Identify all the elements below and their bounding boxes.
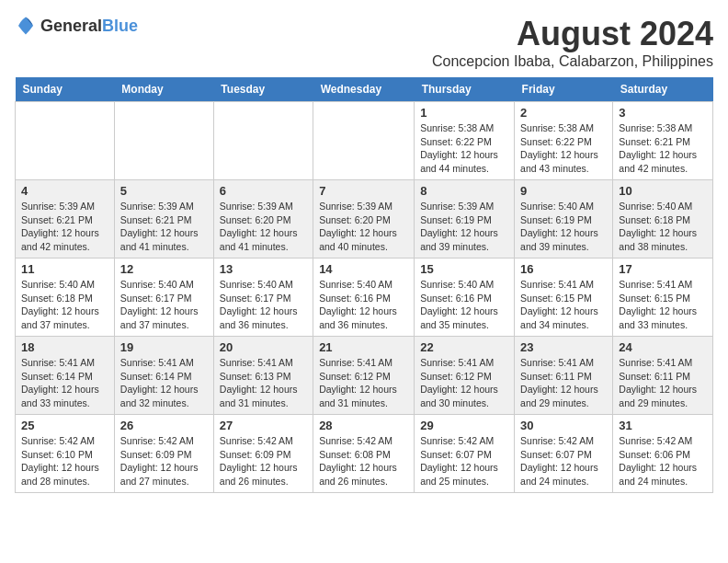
- day-cell-3: 3Sunrise: 5:38 AM Sunset: 6:21 PM Daylig…: [613, 102, 713, 180]
- day-number: 3: [619, 106, 707, 120]
- day-number: 10: [619, 184, 707, 198]
- day-content: Sunrise: 5:40 AM Sunset: 6:16 PM Dayligh…: [420, 278, 508, 332]
- day-number: 29: [420, 419, 508, 432]
- logo-text: GeneralBlue: [40, 17, 138, 36]
- day-content: Sunrise: 5:41 AM Sunset: 6:11 PM Dayligh…: [619, 356, 707, 410]
- day-content: Sunrise: 5:38 AM Sunset: 6:21 PM Dayligh…: [619, 121, 707, 176]
- empty-cell: [16, 102, 115, 180]
- day-number: 27: [220, 419, 307, 432]
- week-row-1: 1Sunrise: 5:38 AM Sunset: 6:22 PM Daylig…: [16, 102, 713, 180]
- day-content: Sunrise: 5:41 AM Sunset: 6:13 PM Dayligh…: [220, 356, 307, 410]
- day-number: 1: [420, 106, 508, 120]
- day-cell-14: 14Sunrise: 5:40 AM Sunset: 6:16 PM Dayli…: [313, 259, 415, 337]
- day-number: 30: [520, 419, 607, 432]
- day-header-friday: Friday: [515, 77, 613, 102]
- day-content: Sunrise: 5:39 AM Sunset: 6:21 PM Dayligh…: [120, 200, 208, 254]
- day-number: 2: [520, 106, 607, 120]
- day-cell-13: 13Sunrise: 5:40 AM Sunset: 6:17 PM Dayli…: [213, 259, 313, 337]
- day-number: 26: [120, 419, 208, 432]
- day-content: Sunrise: 5:41 AM Sunset: 6:14 PM Dayligh…: [120, 356, 208, 410]
- day-content: Sunrise: 5:41 AM Sunset: 6:12 PM Dayligh…: [420, 356, 508, 410]
- title-area: August 2024 Concepcion Ibaba, Calabarzon…: [432, 15, 713, 70]
- day-content: Sunrise: 5:40 AM Sunset: 6:17 PM Dayligh…: [120, 278, 208, 332]
- day-content: Sunrise: 5:40 AM Sunset: 6:16 PM Dayligh…: [319, 278, 408, 332]
- day-cell-29: 29Sunrise: 5:42 AM Sunset: 6:07 PM Dayli…: [415, 415, 515, 493]
- day-number: 21: [319, 340, 408, 354]
- week-row-5: 25Sunrise: 5:42 AM Sunset: 6:10 PM Dayli…: [16, 415, 713, 493]
- day-cell-2: 2Sunrise: 5:38 AM Sunset: 6:22 PM Daylig…: [515, 102, 613, 180]
- day-cell-16: 16Sunrise: 5:41 AM Sunset: 6:15 PM Dayli…: [515, 259, 613, 337]
- day-content: Sunrise: 5:42 AM Sunset: 6:09 PM Dayligh…: [120, 434, 208, 488]
- week-row-3: 11Sunrise: 5:40 AM Sunset: 6:18 PM Dayli…: [16, 259, 713, 337]
- day-content: Sunrise: 5:42 AM Sunset: 6:08 PM Dayligh…: [319, 434, 408, 488]
- day-header-sunday: Sunday: [16, 77, 115, 102]
- day-content: Sunrise: 5:38 AM Sunset: 6:22 PM Dayligh…: [420, 121, 508, 176]
- day-number: 22: [420, 340, 508, 354]
- day-cell-8: 8Sunrise: 5:39 AM Sunset: 6:19 PM Daylig…: [415, 180, 515, 259]
- day-cell-21: 21Sunrise: 5:41 AM Sunset: 6:12 PM Dayli…: [313, 337, 415, 415]
- day-content: Sunrise: 5:39 AM Sunset: 6:21 PM Dayligh…: [21, 200, 108, 254]
- day-cell-9: 9Sunrise: 5:40 AM Sunset: 6:19 PM Daylig…: [515, 180, 613, 259]
- day-number: 24: [619, 340, 707, 354]
- day-cell-28: 28Sunrise: 5:42 AM Sunset: 6:08 PM Dayli…: [313, 415, 415, 493]
- day-number: 15: [420, 262, 508, 276]
- day-number: 19: [120, 340, 208, 354]
- empty-cell: [114, 102, 213, 180]
- logo: GeneralBlue: [15, 15, 138, 37]
- day-number: 6: [220, 184, 307, 198]
- day-cell-24: 24Sunrise: 5:41 AM Sunset: 6:11 PM Dayli…: [613, 337, 713, 415]
- header-row: SundayMondayTuesdayWednesdayThursdayFrid…: [16, 77, 713, 102]
- day-content: Sunrise: 5:42 AM Sunset: 6:09 PM Dayligh…: [220, 434, 307, 488]
- day-cell-26: 26Sunrise: 5:42 AM Sunset: 6:09 PM Dayli…: [114, 415, 213, 493]
- day-cell-20: 20Sunrise: 5:41 AM Sunset: 6:13 PM Dayli…: [213, 337, 313, 415]
- day-number: 11: [21, 262, 108, 276]
- day-cell-31: 31Sunrise: 5:42 AM Sunset: 6:06 PM Dayli…: [613, 415, 713, 493]
- day-content: Sunrise: 5:41 AM Sunset: 6:15 PM Dayligh…: [619, 278, 707, 332]
- day-cell-1: 1Sunrise: 5:38 AM Sunset: 6:22 PM Daylig…: [415, 102, 515, 180]
- day-content: Sunrise: 5:41 AM Sunset: 6:11 PM Dayligh…: [520, 356, 607, 410]
- day-cell-5: 5Sunrise: 5:39 AM Sunset: 6:21 PM Daylig…: [114, 180, 213, 259]
- day-content: Sunrise: 5:39 AM Sunset: 6:19 PM Dayligh…: [420, 200, 508, 254]
- day-number: 9: [520, 184, 607, 198]
- day-number: 7: [319, 184, 408, 198]
- day-number: 31: [619, 419, 707, 432]
- subtitle: Concepcion Ibaba, Calabarzon, Philippine…: [432, 53, 713, 70]
- day-content: Sunrise: 5:40 AM Sunset: 6:19 PM Dayligh…: [520, 200, 607, 254]
- day-cell-7: 7Sunrise: 5:39 AM Sunset: 6:20 PM Daylig…: [313, 180, 415, 259]
- main-title: August 2024: [432, 15, 713, 53]
- day-number: 16: [520, 262, 607, 276]
- day-number: 17: [619, 262, 707, 276]
- day-header-saturday: Saturday: [613, 77, 713, 102]
- day-cell-27: 27Sunrise: 5:42 AM Sunset: 6:09 PM Dayli…: [213, 415, 313, 493]
- day-number: 23: [520, 340, 607, 354]
- day-number: 14: [319, 262, 408, 276]
- empty-cell: [213, 102, 313, 180]
- day-header-thursday: Thursday: [415, 77, 515, 102]
- day-content: Sunrise: 5:40 AM Sunset: 6:18 PM Dayligh…: [619, 200, 707, 254]
- day-cell-22: 22Sunrise: 5:41 AM Sunset: 6:12 PM Dayli…: [415, 337, 515, 415]
- day-cell-30: 30Sunrise: 5:42 AM Sunset: 6:07 PM Dayli…: [515, 415, 613, 493]
- calendar-table: SundayMondayTuesdayWednesdayThursdayFrid…: [15, 77, 713, 493]
- day-cell-12: 12Sunrise: 5:40 AM Sunset: 6:17 PM Dayli…: [114, 259, 213, 337]
- day-content: Sunrise: 5:42 AM Sunset: 6:07 PM Dayligh…: [420, 434, 508, 488]
- day-content: Sunrise: 5:39 AM Sunset: 6:20 PM Dayligh…: [220, 200, 307, 254]
- day-content: Sunrise: 5:40 AM Sunset: 6:18 PM Dayligh…: [21, 278, 108, 332]
- day-content: Sunrise: 5:42 AM Sunset: 6:07 PM Dayligh…: [520, 434, 607, 488]
- day-number: 20: [220, 340, 307, 354]
- week-row-4: 18Sunrise: 5:41 AM Sunset: 6:14 PM Dayli…: [16, 337, 713, 415]
- day-content: Sunrise: 5:41 AM Sunset: 6:15 PM Dayligh…: [520, 278, 607, 332]
- day-content: Sunrise: 5:42 AM Sunset: 6:06 PM Dayligh…: [619, 434, 707, 488]
- day-content: Sunrise: 5:39 AM Sunset: 6:20 PM Dayligh…: [319, 200, 408, 254]
- day-cell-15: 15Sunrise: 5:40 AM Sunset: 6:16 PM Dayli…: [415, 259, 515, 337]
- day-cell-4: 4Sunrise: 5:39 AM Sunset: 6:21 PM Daylig…: [16, 180, 115, 259]
- day-header-tuesday: Tuesday: [213, 77, 313, 102]
- day-content: Sunrise: 5:42 AM Sunset: 6:10 PM Dayligh…: [21, 434, 108, 488]
- day-cell-6: 6Sunrise: 5:39 AM Sunset: 6:20 PM Daylig…: [213, 180, 313, 259]
- day-cell-17: 17Sunrise: 5:41 AM Sunset: 6:15 PM Dayli…: [613, 259, 713, 337]
- day-cell-23: 23Sunrise: 5:41 AM Sunset: 6:11 PM Dayli…: [515, 337, 613, 415]
- day-cell-10: 10Sunrise: 5:40 AM Sunset: 6:18 PM Dayli…: [613, 180, 713, 259]
- day-content: Sunrise: 5:40 AM Sunset: 6:17 PM Dayligh…: [220, 278, 307, 332]
- header: GeneralBlue August 2024 Concepcion Ibaba…: [15, 15, 713, 70]
- empty-cell: [313, 102, 415, 180]
- day-number: 12: [120, 262, 208, 276]
